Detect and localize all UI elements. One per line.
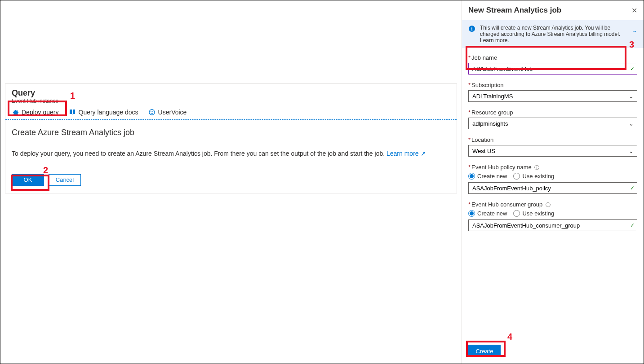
job-name-input[interactable] bbox=[468, 63, 637, 75]
policy-create-radio[interactable]: Create new bbox=[468, 173, 507, 180]
info-icon[interactable]: ⓘ bbox=[546, 202, 551, 207]
svg-text:i: i bbox=[471, 26, 472, 31]
location-select[interactable]: West US bbox=[468, 145, 637, 157]
query-title: Query bbox=[12, 88, 450, 98]
gear-icon bbox=[12, 109, 19, 116]
resource-group-label: *Resource group bbox=[468, 109, 637, 116]
arrow-right-icon[interactable]: → bbox=[632, 28, 637, 35]
resource-group-select[interactable]: adlpminsights bbox=[468, 118, 637, 129]
consumer-input[interactable] bbox=[468, 219, 637, 231]
smile-icon bbox=[148, 109, 155, 116]
check-icon: ✓ bbox=[630, 66, 635, 72]
cancel-button[interactable]: Cancel bbox=[49, 174, 81, 186]
policy-label: *Event Hub policy name ⓘ bbox=[468, 164, 637, 171]
uservoice-link[interactable]: UserVoice bbox=[148, 109, 187, 116]
query-card: Query Event Hub instance Deploy query Qu… bbox=[5, 83, 457, 193]
policy-input[interactable] bbox=[468, 182, 637, 194]
svg-point-2 bbox=[152, 111, 153, 112]
learn-more-link[interactable]: Learn more ↗ bbox=[386, 150, 426, 157]
policy-existing-radio[interactable]: Use existing bbox=[513, 173, 554, 180]
query-subtitle: Event Hub instance bbox=[12, 98, 450, 104]
check-icon: ✓ bbox=[630, 222, 635, 228]
banner-text: This will create a new Stream Analytics … bbox=[480, 25, 627, 44]
location-label: *Location bbox=[468, 136, 637, 143]
toolbar-uservoice-label: UserVoice bbox=[158, 109, 187, 116]
subscription-select[interactable]: ADLTrainingMS bbox=[468, 90, 637, 102]
job-name-label: *Job name bbox=[468, 54, 637, 61]
ok-button[interactable]: OK bbox=[12, 174, 44, 186]
consumer-existing-radio[interactable]: Use existing bbox=[513, 210, 554, 217]
info-icon: i bbox=[468, 25, 475, 34]
info-banner: i This will create a new Stream Analytic… bbox=[462, 20, 644, 48]
check-icon: ✓ bbox=[630, 185, 635, 191]
subscription-label: *Subscription bbox=[468, 82, 637, 88]
deploy-query-button[interactable]: Deploy query bbox=[12, 109, 59, 116]
book-icon bbox=[69, 109, 76, 116]
consumer-create-radio[interactable]: Create new bbox=[468, 210, 507, 217]
toolbar: Deploy query Query language docs UserVoi… bbox=[5, 104, 457, 120]
pane-title: New Stream Analytics job bbox=[468, 6, 561, 15]
query-docs-link[interactable]: Query language docs bbox=[69, 109, 138, 116]
svg-point-0 bbox=[149, 110, 155, 115]
svg-point-1 bbox=[151, 111, 151, 112]
external-link-icon: ↗ bbox=[421, 150, 426, 157]
section-text: To deploy your query, you need to create… bbox=[12, 150, 450, 157]
toolbar-docs-label: Query language docs bbox=[79, 109, 138, 116]
consumer-label: *Event Hub consumer group ⓘ bbox=[468, 201, 637, 208]
create-button[interactable]: Create bbox=[468, 345, 501, 357]
close-button[interactable]: ✕ bbox=[631, 6, 637, 15]
section-title: Create Azure Stream Analytics job bbox=[12, 128, 450, 137]
toolbar-deploy-label: Deploy query bbox=[22, 109, 59, 116]
close-icon: ✕ bbox=[631, 7, 637, 14]
side-pane: New Stream Analytics job ✕ i This will c… bbox=[462, 0, 644, 364]
info-icon[interactable]: ⓘ bbox=[534, 165, 539, 170]
